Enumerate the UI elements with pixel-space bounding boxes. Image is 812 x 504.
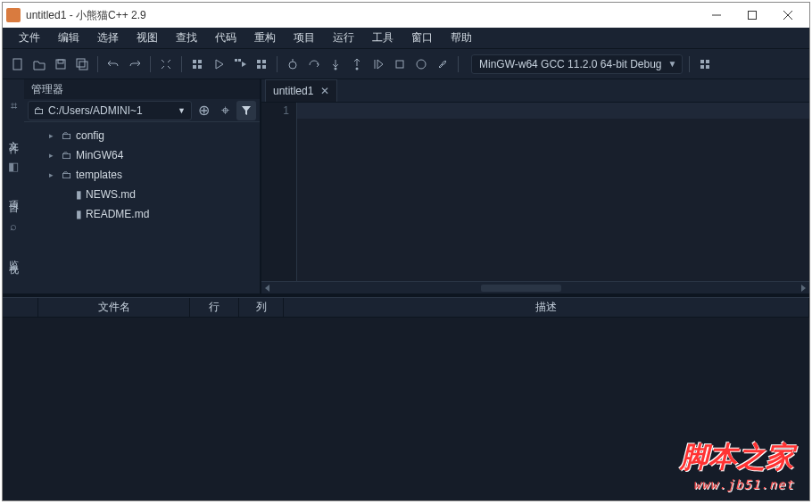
chevron-right-icon: ▸ (49, 131, 58, 140)
continue-button[interactable] (369, 54, 388, 75)
close-icon (783, 11, 792, 20)
new-file-button[interactable] (8, 54, 28, 75)
save-all-button[interactable] (72, 54, 92, 75)
rebuild-icon (255, 58, 268, 70)
th-line[interactable]: 行 (190, 298, 239, 317)
play-icon (212, 58, 225, 70)
folder-icon: 🗀 (62, 149, 72, 161)
vtab-project[interactable]: 项目 (5, 189, 22, 203)
menu-tools[interactable]: 工具 (363, 27, 402, 49)
step-out-icon (351, 58, 363, 70)
minimize-icon (712, 11, 721, 20)
wrench-icon (436, 58, 449, 70)
step-into-icon (329, 58, 342, 70)
window-title: untitled1 - 小熊猫C++ 2.9 (26, 8, 699, 23)
settings-button[interactable] (695, 54, 715, 75)
tool-extra-button[interactable] (433, 54, 452, 75)
tree-folder[interactable]: ▸🗀templates (24, 165, 260, 185)
menu-help[interactable]: 帮助 (442, 27, 481, 49)
folder-icon: 🗀 (62, 129, 72, 142)
left-pane: ⌗ 文件 ◧ 项目 ⌕ 监视 管理器 🗀 C:/Users/ADMINI~1 ▼ (3, 79, 261, 293)
compiler-select[interactable]: MinGW-w64 GCC 11.2.0 64-bit Debug (471, 54, 683, 74)
menu-refactor[interactable]: 重构 (245, 27, 285, 49)
run-button[interactable] (209, 54, 228, 75)
path-text: C:/Users/ADMINI~1 (48, 104, 143, 117)
compile-run-button[interactable] (230, 54, 250, 75)
close-button[interactable] (770, 3, 806, 28)
th-filename[interactable]: 文件名 (38, 298, 190, 317)
svg-rect-13 (235, 59, 237, 62)
minimize-button[interactable] (699, 3, 734, 28)
undo-button[interactable] (104, 54, 123, 75)
svg-rect-12 (198, 65, 202, 69)
svg-rect-8 (79, 62, 87, 70)
project-icon: ◧ (8, 160, 19, 173)
menu-project[interactable]: 项目 (285, 27, 324, 49)
tree-label: NEWS.md (86, 188, 136, 201)
filter-button[interactable] (236, 101, 256, 120)
step-out-button[interactable] (347, 54, 367, 75)
code-area[interactable] (297, 103, 809, 281)
file-panel: 管理器 🗀 C:/Users/ADMINI~1 ▼ ⊕ ⌖ (24, 79, 260, 293)
vtab-watch[interactable]: 监视 (5, 249, 22, 263)
menu-select[interactable]: 选择 (88, 27, 128, 49)
line-gutter: 1 (261, 103, 297, 281)
breakpoint-button[interactable] (411, 54, 431, 75)
maximize-button[interactable] (734, 3, 770, 28)
stop-button[interactable] (390, 54, 410, 75)
svg-rect-10 (198, 60, 202, 63)
breakpoint-icon (415, 58, 427, 70)
chevron-right-icon: ▸ (49, 170, 58, 179)
svg-rect-17 (257, 65, 261, 69)
structure-icon: ⌗ (11, 99, 17, 113)
toolbar-separator (181, 56, 182, 72)
editor-body[interactable]: 1 (261, 103, 809, 281)
toolbar-separator (97, 56, 98, 72)
horizontal-scrollbar[interactable] (261, 281, 809, 293)
th-col[interactable]: 列 (239, 298, 284, 317)
svg-rect-14 (238, 59, 241, 62)
continue-icon (372, 58, 385, 70)
th-description[interactable]: 描述 (284, 298, 809, 317)
expand-button[interactable] (156, 54, 176, 75)
redo-button[interactable] (125, 54, 145, 75)
menu-run[interactable]: 运行 (324, 27, 363, 49)
save-button[interactable] (51, 54, 70, 75)
tree-folder[interactable]: ▸🗀MinGW64 (24, 145, 260, 165)
tab-close-button[interactable]: ✕ (320, 85, 329, 97)
path-selector[interactable]: 🗀 C:/Users/ADMINI~1 ▼ (28, 101, 192, 120)
tree-file[interactable]: ▮NEWS.md (24, 185, 260, 204)
menu-find[interactable]: 查找 (167, 27, 206, 49)
redo-icon (128, 58, 141, 70)
filter-icon (241, 105, 252, 116)
rebuild-button[interactable] (252, 54, 271, 75)
new-folder-button[interactable]: ⊕ (194, 101, 213, 120)
debug-button[interactable] (283, 54, 302, 75)
menu-code[interactable]: 代码 (206, 27, 245, 49)
open-file-button[interactable] (29, 54, 49, 75)
maximize-icon (748, 11, 757, 20)
compile-button[interactable] (187, 54, 207, 75)
vtab-files[interactable]: 文件 (5, 129, 22, 144)
svg-rect-1 (749, 12, 757, 20)
main-body: ⌗ 文件 ◧ 项目 ⌕ 监视 管理器 🗀 C:/Users/ADMINI~1 ▼ (3, 79, 809, 500)
step-over-button[interactable] (304, 54, 324, 75)
tree-file[interactable]: ▮README.md (24, 204, 260, 224)
locate-button[interactable]: ⌖ (215, 101, 235, 120)
menu-window[interactable]: 窗口 (402, 27, 442, 49)
grid-icon (699, 58, 711, 70)
menu-view[interactable]: 视图 (128, 27, 167, 49)
step-into-button[interactable] (326, 54, 345, 75)
svg-point-19 (289, 62, 296, 69)
panel-title: 管理器 (24, 79, 260, 99)
table-header: 文件名 行 列 描述 (3, 298, 809, 318)
tree-folder[interactable]: ▸🗀config (24, 126, 260, 145)
menu-file[interactable]: 文件 (10, 27, 49, 49)
save-all-icon (76, 58, 88, 70)
chevron-down-icon: ▼ (178, 106, 186, 115)
menu-edit[interactable]: 编辑 (49, 27, 88, 49)
grid-icon (191, 58, 203, 70)
locate-icon: ⌖ (221, 103, 229, 119)
editor-tab[interactable]: untitled1 ✕ (265, 79, 337, 102)
scrollbar-thumb[interactable] (481, 285, 561, 292)
